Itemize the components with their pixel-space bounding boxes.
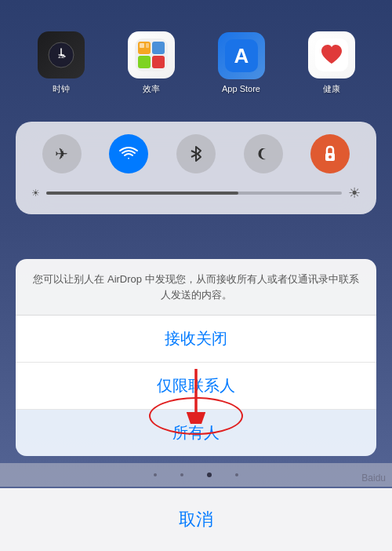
watermark: Baidu [361, 473, 386, 483]
screen-lock-button[interactable] [310, 134, 350, 173]
svg-point-17 [328, 155, 332, 159]
appstore-label: App Store [222, 84, 260, 93]
app-icon-appstore[interactable]: A App Store [210, 32, 273, 93]
svg-rect-9 [138, 56, 151, 68]
efficiency-label: 效率 [143, 83, 160, 95]
control-buttons-row: ✈ [28, 134, 364, 173]
airplane-mode-button[interactable]: ✈ [42, 134, 82, 173]
clock-icon: 12 [38, 31, 85, 78]
bottom-bar [0, 463, 392, 487]
app-icon-clock[interactable]: 12 时钟 [30, 31, 93, 95]
airdrop-description: 您可以让别人在 AirDrop 中发现您，从而接收所有人或者仅通讯录中联系人发送… [16, 259, 376, 316]
brightness-max-icon: ☀ [348, 184, 361, 202]
brightness-min-icon: ☀ [31, 188, 40, 199]
app-grid: 12 时钟 效率 A [0, 0, 392, 126]
appstore-icon: A [218, 32, 265, 79]
svg-rect-8 [152, 42, 165, 54]
wifi-button[interactable] [109, 134, 148, 173]
svg-text:A: A [234, 44, 249, 68]
cancel-button[interactable]: 取消 [0, 488, 392, 551]
do-not-disturb-button[interactable] [244, 134, 283, 173]
health-icon [308, 31, 355, 78]
svg-rect-11 [140, 43, 144, 48]
app-icon-efficiency[interactable]: 效率 [120, 31, 183, 95]
bottom-bar-dot-4 [235, 473, 238, 476]
app-icon-health[interactable]: 健康 [300, 31, 363, 95]
efficiency-icon [128, 31, 175, 78]
control-center-panel: ✈ ☀ [16, 122, 376, 214]
svg-rect-12 [146, 43, 149, 48]
brightness-row: ☀ ☀ [28, 184, 364, 202]
bluetooth-button[interactable] [176, 134, 216, 173]
svg-rect-10 [152, 56, 165, 68]
bottom-bar-dot-3 [207, 473, 212, 477]
bottom-bar-dot-2 [180, 473, 183, 476]
cancel-label: 取消 [179, 508, 213, 531]
airdrop-option-off[interactable]: 接收关闭 [16, 316, 376, 363]
svg-point-5 [60, 53, 62, 56]
brightness-slider[interactable] [46, 192, 342, 195]
health-label: 健康 [323, 83, 340, 95]
clock-label: 时钟 [53, 83, 70, 95]
red-arrow-annotation [172, 369, 220, 427]
bottom-bar-dot-1 [154, 473, 157, 476]
brightness-fill [46, 192, 238, 195]
